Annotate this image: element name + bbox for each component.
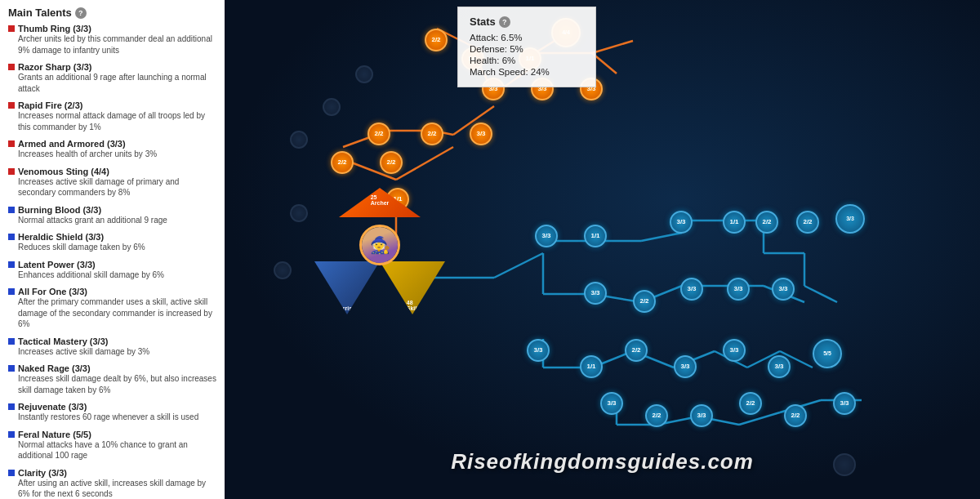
talent-title: Tactical Mastery (3/3)	[8, 336, 216, 346]
stat-row: March Speed: 24%	[470, 67, 584, 77]
skill-label: 48Skill	[407, 300, 418, 311]
talent-item: Tactical Mastery (3/3)Increases active s…	[8, 336, 216, 358]
talent-title: Burning Blood (3/3)	[8, 205, 216, 215]
talent-title: Latent Power (3/3)	[8, 260, 216, 270]
node-skill-6[interactable]: 2/2	[796, 211, 819, 234]
stat-row: Attack: 6.5%	[470, 33, 584, 42]
talent-name: Venomous Sting (4/4)	[18, 167, 109, 176]
node-skill-2[interactable]: 1/1	[584, 225, 607, 247]
talent-item: All For One (3/3)After the primary comma…	[8, 287, 216, 330]
node-skill-c1[interactable]: 1/1	[580, 355, 603, 378]
node-archer-m2[interactable]: 3/3	[470, 123, 492, 145]
node-skill-c5[interactable]: 3/3	[768, 355, 791, 378]
talent-description: Grants an additional 9 rage after launch…	[8, 72, 216, 94]
talent-name: Clarity (3/3)	[18, 468, 67, 478]
node-skill-b1[interactable]: 3/3	[584, 282, 607, 305]
talent-color-indicator	[8, 234, 15, 240]
talent-color-indicator	[8, 168, 15, 175]
node-skill-d6[interactable]: 3/3	[833, 392, 856, 415]
talent-item: Clarity (3/3)After using an active skill…	[8, 468, 216, 500]
node-skill-c6[interactable]: 5/5	[813, 339, 842, 368]
node-skill-c4[interactable]: 3/3	[723, 339, 746, 362]
node-archer-ll1[interactable]: 2/2	[331, 151, 354, 174]
node-skill-1[interactable]: 3/3	[535, 225, 558, 247]
commander-avatar-image: 🧙	[362, 227, 398, 263]
talent-title: Razor Sharp (3/3)	[8, 62, 216, 72]
talent-item: Heraldic Shield (3/3)Reduces skill damag…	[8, 232, 216, 253]
stats-info-icon[interactable]: ?	[499, 16, 510, 28]
commander-avatar: 🧙	[359, 225, 400, 265]
talent-list: Thumb Ring (3/3)Archer units led by this…	[8, 24, 216, 499]
talent-title: Armed and Armored (3/3)	[8, 139, 216, 149]
talent-description: Increases active skill damage of primary…	[8, 176, 216, 198]
talent-item: Razor Sharp (3/3)Grants an additional 9 …	[8, 62, 216, 94]
talent-color-indicator	[8, 261, 15, 268]
talent-name: Razor Sharp (3/3)	[18, 62, 91, 72]
talent-item: Feral Nature (5/5)Normal attacks have a …	[8, 430, 216, 461]
node-skill-large[interactable]: 3/3	[835, 204, 865, 234]
talent-item: Armed and Armored (3/3)Increases health …	[8, 139, 216, 160]
node-skill-d3[interactable]: 3/3	[690, 404, 713, 427]
talent-description: Enhances additional skill damage by 6%	[8, 270, 216, 281]
talent-title: Rapid Fire (2/3)	[8, 100, 216, 110]
talent-description: Normal attacks grant an additional 9 rag…	[8, 215, 216, 226]
node-archer-l1[interactable]: 2/2	[368, 123, 390, 145]
node-skill-5[interactable]: 2/2	[755, 211, 778, 234]
talent-name: Tactical Mastery (3/3)	[18, 336, 108, 346]
node-skill-3[interactable]: 3/3	[670, 211, 693, 234]
node-archer-m1[interactable]: 2/2	[421, 123, 443, 145]
svg-line-1	[396, 147, 453, 180]
archer-label: 25Archer	[371, 194, 390, 206]
node-archer-ll2[interactable]: 2/2	[380, 151, 403, 174]
garrison-label: 0Garrison	[335, 300, 359, 311]
talent-item: Thumb Ring (3/3)Archer units led by this…	[8, 24, 216, 56]
talent-color-indicator	[8, 102, 15, 109]
talents-info-icon[interactable]: ?	[75, 7, 87, 19]
stat-row: Defense: 5%	[470, 44, 584, 54]
node-skill-c3[interactable]: 3/3	[674, 355, 697, 378]
garrison-segment: 0Garrison	[314, 261, 380, 314]
talent-description: Instantly restores 60 rage whenever a sk…	[8, 412, 216, 423]
svg-line-31	[804, 286, 837, 302]
node-skill-d2[interactable]: 2/2	[645, 404, 668, 427]
node-skill-4[interactable]: 1/1	[723, 211, 746, 234]
node-inactive-2	[323, 98, 341, 116]
stats-title: Stats ?	[470, 16, 584, 28]
node-skill-b5[interactable]: 3/3	[772, 278, 795, 301]
talent-title: All For One (3/3)	[8, 287, 216, 296]
node-archer-top2[interactable]: 2/2	[425, 29, 448, 51]
talent-name: Heraldic Shield (3/3)	[18, 232, 104, 242]
talent-color-indicator	[8, 64, 15, 70]
svg-line-18	[641, 233, 682, 241]
stats-title-text: Stats	[470, 16, 496, 28]
node-inactive-3	[290, 131, 308, 149]
node-skill-c2[interactable]: 2/2	[625, 339, 648, 362]
talent-description: Normal attacks have a 10% chance to gran…	[8, 439, 216, 461]
stats-rows: Attack: 6.5%Defense: 5%Health: 6%March S…	[470, 33, 584, 77]
node-skill-b3[interactable]: 3/3	[680, 278, 703, 301]
talent-title: Naked Rage (3/3)	[8, 363, 216, 373]
stat-row: Health: 6%	[470, 56, 584, 65]
talent-title: Feral Nature (5/5)	[8, 430, 216, 439]
svg-line-15	[494, 253, 543, 278]
talent-title: Heraldic Shield (3/3)	[8, 232, 216, 242]
talent-item: Venomous Sting (4/4)Increases active ski…	[8, 167, 216, 198]
node-skill-c0[interactable]: 3/3	[527, 339, 550, 362]
node-skill-d1[interactable]: 3/3	[600, 392, 623, 415]
talent-name: Feral Nature (5/5)	[18, 430, 91, 439]
node-skill-b4[interactable]: 3/3	[727, 278, 750, 301]
node-skill-d5[interactable]: 2/2	[784, 404, 807, 427]
talent-color-indicator	[8, 338, 15, 345]
talents-panel: Main Talents ? Thumb Ring (3/3)Archer un…	[0, 0, 225, 499]
talent-description: Reduces skill damage taken by 6%	[8, 242, 216, 253]
talent-color-indicator	[8, 207, 15, 213]
node-inactive-4	[290, 204, 308, 222]
svg-line-44	[739, 412, 780, 425]
talents-title-text: Main Talents	[8, 7, 72, 19]
node-skill-b2[interactable]: 2/2	[633, 290, 656, 313]
node-skill-d4[interactable]: 2/2	[739, 392, 762, 415]
talent-name: Latent Power (3/3)	[18, 260, 96, 270]
talents-title: Main Talents ?	[8, 7, 216, 19]
talent-description: Increases skill damage dealt by 6%, but …	[8, 373, 216, 395]
watermark: Riseofkingdomsguides.com	[451, 449, 754, 474]
